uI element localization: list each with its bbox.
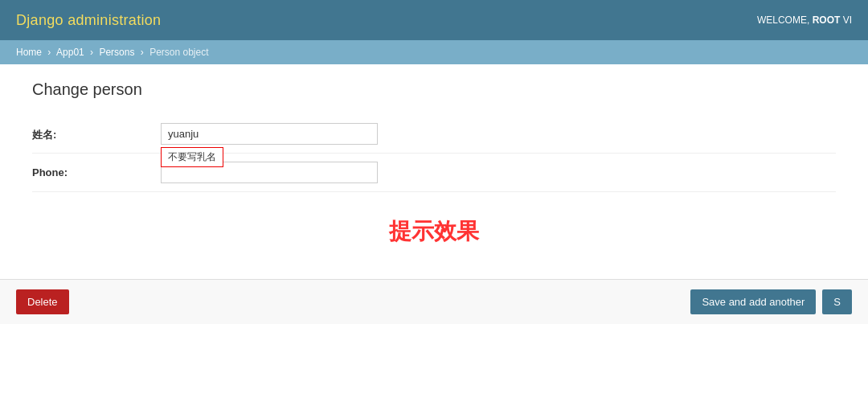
submit-row: Delete Save and add another S [0,279,868,324]
save-button[interactable]: S [822,289,852,314]
submit-row-left: Delete [16,289,69,314]
user-info: WELCOME, ROOT VI [757,14,852,26]
breadcrumb-sep-2: › [90,47,93,58]
breadcrumb-current: Person object [149,47,208,58]
breadcrumb-home[interactable]: Home [16,47,42,58]
main-content: Change person 姓名: 不要写乳名 Phone: 提示效果 [0,64,868,279]
page-title: Change person [32,80,836,99]
breadcrumb-model[interactable]: Persons [99,47,134,58]
name-field-container: 不要写乳名 [161,123,836,145]
form-row-name: 姓名: 不要写乳名 [32,115,836,154]
phone-field-container [161,162,836,183]
breadcrumb-sep-1: › [47,47,51,58]
form-row-phone: Phone: [32,154,836,192]
breadcrumb-app[interactable]: App01 [56,47,84,58]
app-title: Django administration [16,12,161,29]
hint-text: 提示效果 [32,192,836,263]
save-add-button[interactable]: Save and add another [690,289,816,314]
change-form: 姓名: 不要写乳名 Phone: [32,115,836,192]
name-label: 姓名: [32,123,161,142]
submit-row-right: Save and add another S [690,289,852,314]
username: ROOT [813,14,841,26]
phone-label: Phone: [32,162,161,178]
welcome-suffix: VI [843,14,852,26]
name-input[interactable] [161,123,378,145]
header: Django administration WELCOME, ROOT VI [0,0,868,40]
welcome-prefix: WELCOME, [757,14,809,26]
breadcrumb-sep-3: › [141,47,144,58]
name-tooltip: 不要写乳名 [161,147,223,167]
delete-button[interactable]: Delete [16,289,69,314]
breadcrumb: Home › App01 › Persons › Person object [0,40,868,64]
